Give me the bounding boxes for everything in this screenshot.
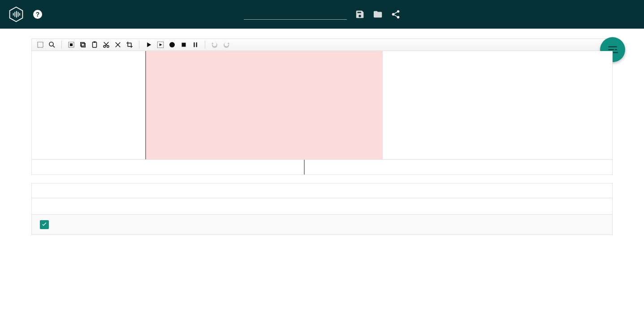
- svg-rect-12: [81, 43, 84, 46]
- effect-panel: [31, 183, 613, 235]
- editor-toolbar: [31, 38, 613, 51]
- svg-line-8: [53, 46, 55, 47]
- check-icon: [41, 221, 48, 228]
- svg-marker-21: [147, 43, 151, 47]
- waveform-graphic: [32, 51, 166, 118]
- effect-footer: [32, 214, 612, 234]
- logo: ?: [8, 6, 42, 22]
- svg-rect-11: [82, 43, 85, 47]
- svg-rect-25: [182, 43, 186, 47]
- separator-icon: [139, 41, 139, 49]
- svg-point-24: [169, 42, 175, 47]
- delete-icon[interactable]: [113, 40, 123, 50]
- selection-region[interactable]: [145, 51, 383, 159]
- redo-icon[interactable]: [221, 40, 231, 50]
- waveform-overview[interactable]: [31, 160, 613, 175]
- effect-title: [32, 183, 612, 198]
- workspace: [31, 38, 613, 235]
- pause-icon[interactable]: [190, 40, 200, 50]
- record-icon[interactable]: [167, 40, 177, 50]
- svg-marker-23: [160, 43, 162, 46]
- zoom-icon[interactable]: [47, 40, 57, 50]
- paste-icon[interactable]: [90, 40, 99, 50]
- cut-icon[interactable]: [101, 40, 111, 50]
- save-icon[interactable]: [355, 9, 365, 19]
- play-selection-icon[interactable]: [156, 40, 165, 50]
- header-center: [244, 9, 401, 20]
- help-icon[interactable]: ?: [33, 10, 42, 19]
- crop-icon[interactable]: [125, 40, 134, 50]
- svg-rect-13: [93, 42, 97, 47]
- apply-to-selection-checkbox[interactable]: [40, 220, 49, 229]
- waveform-mini-graphic: [32, 160, 166, 175]
- share-icon[interactable]: [391, 9, 401, 19]
- stop-icon[interactable]: [179, 40, 189, 50]
- undo-icon[interactable]: [210, 40, 220, 50]
- select-all-icon[interactable]: [66, 40, 76, 50]
- logo-icon: [8, 6, 24, 22]
- svg-rect-6: [38, 42, 43, 47]
- svg-rect-14: [94, 42, 96, 43]
- copy-icon[interactable]: [78, 40, 88, 50]
- waveform-main[interactable]: [31, 51, 613, 160]
- play-icon[interactable]: [144, 40, 154, 50]
- file-name-input[interactable]: [244, 9, 347, 20]
- folder-icon[interactable]: [373, 9, 383, 19]
- effect-controls: [32, 198, 612, 214]
- svg-rect-10: [70, 43, 73, 46]
- svg-point-7: [49, 42, 53, 46]
- svg-rect-27: [196, 43, 197, 47]
- separator-icon: [61, 41, 62, 49]
- separator-icon: [205, 41, 205, 49]
- marquee-select-icon[interactable]: [35, 40, 45, 50]
- svg-rect-26: [194, 43, 194, 47]
- app-header: ?: [0, 0, 644, 29]
